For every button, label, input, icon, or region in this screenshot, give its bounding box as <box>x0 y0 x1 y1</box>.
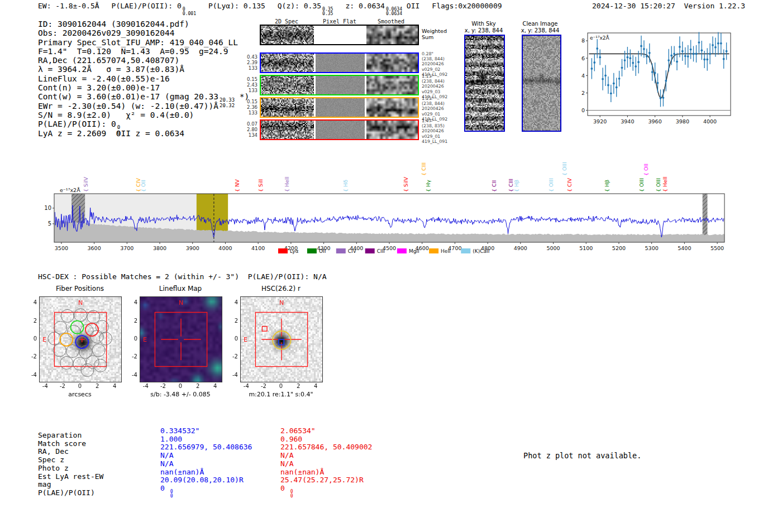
panel-xlabel: s/b: -3.48 +/- 0.085 <box>150 391 210 398</box>
neighbor-object-box <box>262 327 267 332</box>
panel-overlay: NE <box>40 297 121 382</box>
y-tick-label: 0 <box>227 336 238 342</box>
panel-xlabel: arcsecs <box>68 391 91 398</box>
fiber-row-left-stats: 0.152.43133 <box>235 77 258 93</box>
svg-text:3920: 3920 <box>593 118 607 124</box>
x-tick-label: -2 <box>258 383 269 389</box>
match-value: N/A <box>280 460 372 468</box>
x-tick-label: -2 <box>57 383 68 389</box>
svg-text:5000: 5000 <box>546 245 560 251</box>
line-label-NV: { NV <box>234 179 240 192</box>
line-label-SiII: { SiII <box>258 179 264 192</box>
x-tick-label: 0 <box>74 383 85 389</box>
row-label: RA, Dec <box>38 448 103 456</box>
info-line: LyA z = 2.2609 OII z = 0.0634 <box>38 129 249 138</box>
row-label: Separation <box>38 432 103 440</box>
east-label: E <box>143 336 147 343</box>
info-line: ID: 3090162044 (3090162044.pdf) <box>38 20 249 28</box>
fiber-circle <box>94 359 107 372</box>
stacked-value: 20.3320.32 <box>220 98 235 108</box>
north-label: N <box>78 299 83 306</box>
svg-text:5: 5 <box>48 221 51 227</box>
panel-xlabel: m:20.1 re:1.1" s:0.4" <box>249 391 313 398</box>
x-tick-label: 0 <box>175 383 186 389</box>
panel-overlay: NE <box>241 297 322 382</box>
svg-text:3900: 3900 <box>186 245 199 251</box>
panel-box-hsc-r: NE <box>240 296 323 382</box>
match-value: 0 00 <box>280 485 372 499</box>
line-label-OII: { OII <box>140 180 146 192</box>
svg-text:3960: 3960 <box>649 118 662 124</box>
svg-text:3600: 3600 <box>88 245 101 251</box>
header-stat: EW: -1.8±-0.5Å <box>38 2 99 17</box>
info-line: LineFlux = -2.40(±0.55)e-16 <box>38 74 249 83</box>
match-value: N/A <box>160 452 252 460</box>
svg-text:3800: 3800 <box>153 245 166 251</box>
fiber-circle <box>90 330 103 343</box>
panel-title: Lineflux Map <box>159 285 202 293</box>
svg-text:5200: 5200 <box>612 245 626 251</box>
cutout-title: Clean Image x, y: 238, 844 <box>521 21 560 33</box>
line-label-SiIV: { SiIV <box>403 176 409 192</box>
svg-text:10: 10 <box>44 205 51 211</box>
svg-text:4000: 4000 <box>218 245 232 251</box>
panel-title: HSC(26.2) r <box>261 285 301 293</box>
crosshair <box>161 319 201 360</box>
svg-text:4100: 4100 <box>251 245 265 251</box>
svg-text:3500: 3500 <box>55 245 68 251</box>
spec2d-image <box>261 76 314 94</box>
y-tick-label: 2 <box>227 318 238 324</box>
line-label-CIII: { CIII <box>508 179 514 192</box>
header-stat: z: 0.06340.06340.0634 OII <box>345 2 419 17</box>
line-label-Hβ: { Hβ <box>604 180 610 192</box>
y-tick-label: 2 <box>26 318 37 324</box>
svg-text:3700: 3700 <box>120 245 133 251</box>
selected-fiber-circle <box>60 333 73 346</box>
line-fit-inset-plot: 0246839203940396039804000e⁻¹⁷x2Å <box>579 31 735 126</box>
line-label-OIII: { OIII <box>548 178 554 192</box>
info-line: RA,Dec (221.657074,50.408707) <box>38 56 249 65</box>
elixer-report-page: EW: -1.8±-0.5ÅP(LAE)/P(OII): 000.001P(Ly… <box>0 0 782 532</box>
row-label: Est LyA rest-EW <box>38 473 103 481</box>
y-tick-label: -4 <box>26 372 37 378</box>
east-label: E <box>244 336 247 343</box>
svg-text:CIII: CIII <box>377 248 385 254</box>
info-line: F=1.4" T=0.120 N=1.43 A=0.95 g=24.9 <box>38 47 249 56</box>
line-label-Hγ: { Hγ <box>425 180 431 192</box>
spec2d-image <box>261 121 314 139</box>
svg-text:4900: 4900 <box>514 245 527 251</box>
line-label-OIII: { OIII <box>638 178 645 192</box>
match-value: 221.657846, 50.409002 <box>280 443 372 452</box>
line-label-OIII: { OIII <box>655 178 661 192</box>
smoothed-image <box>366 26 418 44</box>
fiber-row-box <box>260 75 419 95</box>
spectrum-svg: 3500360037003800390040004100420043004400… <box>34 159 748 261</box>
header-stats: EW: -1.8±-0.5ÅP(LAE)/P(OII): 000.001P(Ly… <box>38 2 502 17</box>
fiber-row-box <box>260 97 419 118</box>
photz-note: Phot z plot not available. <box>523 451 641 460</box>
info-line: Cont(n) = 3.20(±0.00)e-17 <box>38 83 249 92</box>
y-tick-label: -4 <box>227 372 238 378</box>
svg-text:OII: OII <box>319 248 326 254</box>
row-label: P(LAE)/P(OII) <box>38 489 103 497</box>
svg-text:4000: 4000 <box>703 118 717 124</box>
stacked-value: 00.001 <box>183 7 196 17</box>
line-label-HeII: { HeII <box>284 176 290 192</box>
match-value: N/A <box>160 460 252 468</box>
header-timestamp-version: 2024-12-30 15:20:27 Version 1.22.3 <box>592 2 745 10</box>
cutout-image <box>465 36 504 131</box>
smoothed-image <box>366 76 418 94</box>
spec2d-col-title-pixelflat: Pixel Flat <box>323 18 356 25</box>
y-tick-label: -2 <box>126 353 137 360</box>
x-tick-label: 2 <box>92 383 103 389</box>
info-line: S/N = 8.9(±2.0) χ² = 0.4(±0.0) <box>38 111 249 119</box>
pixel-flat-image <box>316 98 365 117</box>
pixel-flat-image <box>316 121 365 139</box>
stacked-value: 0.06340.0634 <box>386 7 402 17</box>
fiber-circle <box>99 332 112 345</box>
x-tick-label: 2 <box>192 383 203 389</box>
smoothed-image <box>366 98 418 117</box>
spec2d-image <box>261 98 314 117</box>
match-value: 25.47(25.27,25.72)R <box>280 476 372 485</box>
spec2d-image <box>261 26 314 44</box>
